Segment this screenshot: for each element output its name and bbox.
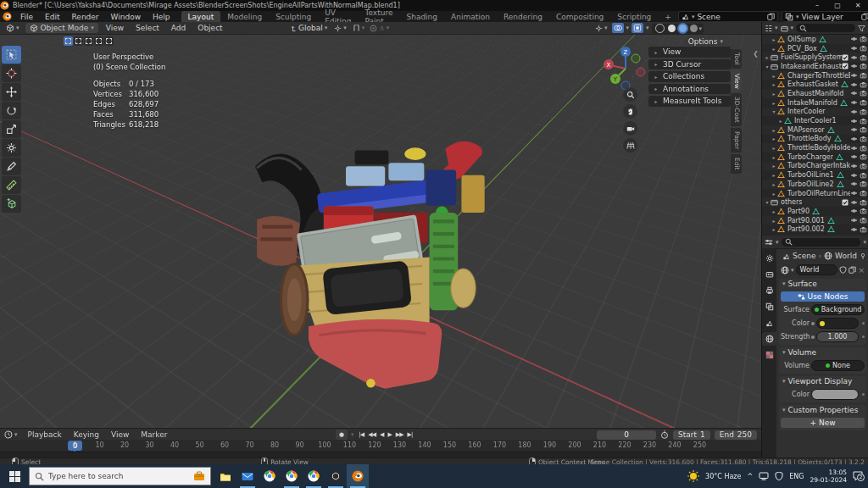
- object-name[interactable]: IntakeManifold: [787, 99, 837, 107]
- start-button[interactable]: [0, 464, 29, 488]
- timeline-menu-playback[interactable]: Playback: [22, 430, 68, 441]
- workspace-tab-sculpting[interactable]: Sculpting: [269, 11, 318, 22]
- outliner-item-part90-001[interactable]: ▸Part90.001: [762, 216, 868, 225]
- outliner-filter-icon[interactable]: [858, 25, 865, 32]
- taskbar-app-mail[interactable]: [236, 464, 259, 488]
- transform-orientation[interactable]: Global▾: [287, 22, 330, 34]
- properties-tab-render[interactable]: [762, 268, 776, 281]
- scene-selector[interactable]: ▾ Scene: [678, 11, 778, 22]
- npanel-tab-edit[interactable]: Edit: [731, 154, 742, 174]
- object-name[interactable]: IntakeandExhaustSystem: [781, 63, 842, 70]
- outliner-item-pcv-box[interactable]: ▸PCV_Box: [762, 44, 868, 53]
- taskbar-app-explorer[interactable]: [214, 464, 236, 488]
- npanel-tab-view[interactable]: View: [731, 70, 742, 92]
- npanel-section-collections[interactable]: ▸Collections: [648, 71, 731, 82]
- object-name[interactable]: InterCooler1: [794, 117, 837, 125]
- object-name[interactable]: FuelSupplySystem: [781, 53, 842, 61]
- npanel-tab-3d-coat[interactable]: 3D-Coat: [731, 93, 742, 126]
- outliner-item-intercooler1[interactable]: ▸InterCooler1: [762, 116, 868, 125]
- navigation-gizmo[interactable]: Z X Y: [602, 45, 649, 92]
- xray-toggle-button[interactable]: [632, 23, 643, 33]
- camera-icon[interactable]: [860, 36, 867, 42]
- viewport-menu-object[interactable]: Object: [192, 23, 228, 34]
- properties-tab-output[interactable]: [762, 284, 776, 297]
- workspace-tab-modeling[interactable]: Modeling: [220, 11, 269, 22]
- object-name[interactable]: ExhaustManifold: [787, 90, 843, 97]
- eye-icon[interactable]: [850, 99, 858, 106]
- outliner-item-throttlebodyholder[interactable]: ▸ThrottleBodyHolder: [762, 143, 868, 152]
- viewport-color-swatch[interactable]: [811, 389, 859, 400]
- checkbox-icon[interactable]: [842, 199, 849, 206]
- viewport-menu-add[interactable]: Add: [165, 23, 192, 34]
- camera-view-button[interactable]: [623, 121, 637, 136]
- eye-icon[interactable]: [850, 172, 858, 179]
- object-name[interactable]: TurboChargerIntake: [787, 162, 850, 169]
- color-swatch[interactable]: [816, 318, 859, 329]
- camera-icon[interactable]: [860, 99, 867, 106]
- collapse-icon[interactable]: ▾: [782, 378, 786, 385]
- use-nodes-button[interactable]: Use Nodes: [781, 291, 865, 302]
- outliner-item-turbochargerintake[interactable]: ▸TurboChargerIntake: [762, 162, 868, 171]
- shading-dropdown-icon[interactable]: ▾: [699, 25, 703, 32]
- camera-icon[interactable]: [860, 172, 867, 179]
- options-dropdown[interactable]: Options▾: [684, 36, 727, 46]
- object-name[interactable]: Part90: [787, 208, 810, 215]
- shading-solid-icon[interactable]: [668, 25, 676, 32]
- world-datablock-icon[interactable]: [781, 266, 789, 274]
- eye-icon[interactable]: [850, 217, 858, 224]
- properties-tab-tool[interactable]: [762, 252, 776, 265]
- transport-2[interactable]: ◀: [378, 431, 385, 438]
- properties-tab-scene[interactable]: [762, 316, 776, 330]
- menu-window[interactable]: Window: [105, 11, 147, 22]
- object-name[interactable]: others: [781, 198, 802, 206]
- camera-icon[interactable]: [860, 199, 867, 206]
- taskbar-search-input[interactable]: Type here to search: [29, 467, 211, 485]
- object-name[interactable]: ThrottleBody: [787, 135, 832, 142]
- mode-selector[interactable]: Object Mode ▾: [25, 23, 98, 33]
- eye-icon[interactable]: [850, 163, 858, 169]
- eye-icon[interactable]: [850, 208, 858, 214]
- eye-icon[interactable]: [850, 180, 858, 187]
- outliner-item-part90[interactable]: ▸Part90: [762, 207, 868, 216]
- menu-edit[interactable]: Edit: [39, 11, 65, 22]
- viewport-menu-select[interactable]: Select: [130, 23, 165, 34]
- object-name[interactable]: ThrottleBodyHolder: [787, 144, 850, 152]
- eye-icon[interactable]: [850, 90, 858, 97]
- camera-icon[interactable]: [860, 145, 867, 152]
- weather-sun-icon[interactable]: [687, 470, 699, 482]
- tool-annotate[interactable]: [2, 158, 21, 175]
- object-name[interactable]: InterCooler: [787, 108, 826, 115]
- breadcrumb-scene[interactable]: Scene: [793, 252, 815, 260]
- object-name[interactable]: TurboOilLine2: [787, 180, 834, 188]
- select-mode-3[interactable]: [94, 36, 103, 46]
- select-mode-2[interactable]: [84, 36, 93, 46]
- properties-editor-type[interactable]: [765, 238, 773, 247]
- eye-icon[interactable]: [850, 36, 858, 42]
- properties-options-icon[interactable]: ▾: [863, 239, 866, 246]
- outliner-item-mapsensor[interactable]: ▸MAPsensor: [762, 125, 868, 135]
- camera-icon[interactable]: [860, 136, 867, 142]
- taskbar-app-unity[interactable]: [325, 464, 347, 488]
- npanel-section-annotations[interactable]: ▸Annotations: [648, 84, 731, 95]
- tool-transform[interactable]: [2, 139, 21, 157]
- outliner-item-exhaustmanifold[interactable]: ▸ExhaustManifold: [762, 89, 868, 98]
- editor-type-button[interactable]: ▾: [2, 22, 24, 34]
- transport-3[interactable]: ▶: [386, 431, 392, 438]
- tool-cursor[interactable]: [2, 64, 21, 82]
- workspace-tab-uv-editing[interactable]: UV Editing: [318, 11, 358, 22]
- eye-icon[interactable]: [850, 72, 858, 79]
- outliner-item-turbooilline1[interactable]: ▸TurboOilLine1: [762, 170, 868, 180]
- outliner-item-intakemanifold[interactable]: ▸IntakeManifold: [762, 98, 868, 108]
- unlink-icon[interactable]: ×: [858, 266, 865, 274]
- menu-file[interactable]: File: [14, 11, 39, 22]
- taskbar-app-blender[interactable]: [347, 464, 369, 488]
- checkbox-icon[interactable]: [842, 54, 849, 61]
- tool-move[interactable]: [2, 83, 21, 101]
- checkbox-icon[interactable]: [842, 63, 849, 69]
- snap-magnet-button[interactable]: ▾: [351, 22, 367, 34]
- pin-icon[interactable]: [860, 252, 866, 260]
- eye-icon[interactable]: [850, 199, 858, 206]
- collapse-icon[interactable]: ▾: [782, 407, 786, 413]
- camera-icon[interactable]: [860, 126, 867, 133]
- taskbar-app-chrome-2[interactable]: [281, 464, 303, 488]
